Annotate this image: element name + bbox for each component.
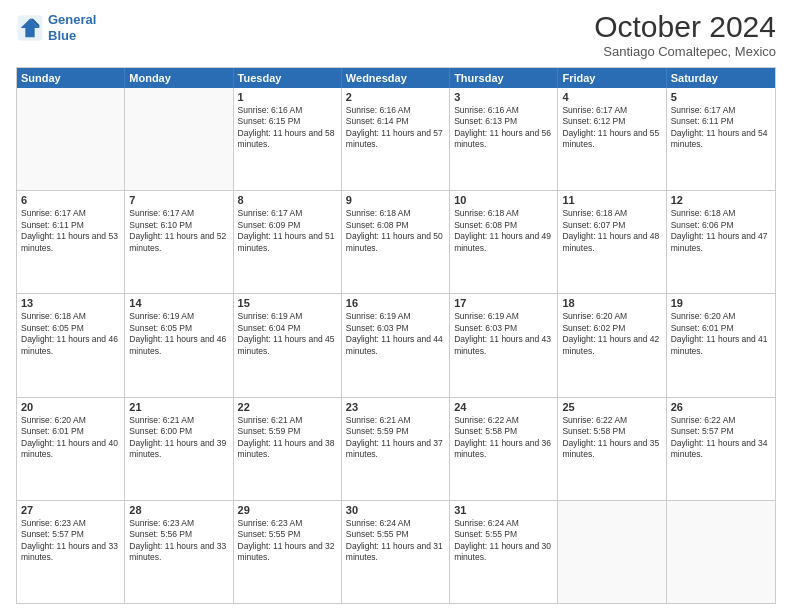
header-wednesday: Wednesday [342, 68, 450, 88]
day-number: 29 [238, 504, 337, 516]
daylight-text: Daylight: 11 hours and 57 minutes. [346, 128, 445, 151]
day-number: 31 [454, 504, 553, 516]
daylight-text: Daylight: 11 hours and 40 minutes. [21, 438, 120, 461]
day-number: 23 [346, 401, 445, 413]
calendar-body: 1Sunrise: 6:16 AMSunset: 6:15 PMDaylight… [17, 88, 775, 603]
calendar-header: Sunday Monday Tuesday Wednesday Thursday… [17, 68, 775, 88]
cal-cell-r4-c4: 31Sunrise: 6:24 AMSunset: 5:55 PMDayligh… [450, 501, 558, 603]
cal-cell-r2-c3: 16Sunrise: 6:19 AMSunset: 6:03 PMDayligh… [342, 294, 450, 396]
sunset-text: Sunset: 5:57 PM [21, 529, 120, 540]
cal-cell-r4-c5 [558, 501, 666, 603]
sunrise-text: Sunrise: 6:19 AM [238, 311, 337, 322]
sunset-text: Sunset: 6:12 PM [562, 116, 661, 127]
sunrise-text: Sunrise: 6:22 AM [454, 415, 553, 426]
header-friday: Friday [558, 68, 666, 88]
sunrise-text: Sunrise: 6:24 AM [346, 518, 445, 529]
cal-cell-r3-c3: 23Sunrise: 6:21 AMSunset: 5:59 PMDayligh… [342, 398, 450, 500]
sunrise-text: Sunrise: 6:22 AM [671, 415, 771, 426]
sunset-text: Sunset: 6:15 PM [238, 116, 337, 127]
sunrise-text: Sunrise: 6:18 AM [346, 208, 445, 219]
sunrise-text: Sunrise: 6:18 AM [21, 311, 120, 322]
cal-cell-r2-c5: 18Sunrise: 6:20 AMSunset: 6:02 PMDayligh… [558, 294, 666, 396]
daylight-text: Daylight: 11 hours and 42 minutes. [562, 334, 661, 357]
daylight-text: Daylight: 11 hours and 39 minutes. [129, 438, 228, 461]
daylight-text: Daylight: 11 hours and 55 minutes. [562, 128, 661, 151]
sunset-text: Sunset: 6:11 PM [671, 116, 771, 127]
day-number: 12 [671, 194, 771, 206]
day-number: 13 [21, 297, 120, 309]
daylight-text: Daylight: 11 hours and 46 minutes. [129, 334, 228, 357]
cal-cell-r3-c4: 24Sunrise: 6:22 AMSunset: 5:58 PMDayligh… [450, 398, 558, 500]
day-number: 28 [129, 504, 228, 516]
day-number: 16 [346, 297, 445, 309]
day-number: 26 [671, 401, 771, 413]
header-sunday: Sunday [17, 68, 125, 88]
day-number: 17 [454, 297, 553, 309]
day-number: 25 [562, 401, 661, 413]
sunset-text: Sunset: 6:08 PM [454, 220, 553, 231]
cal-cell-r3-c2: 22Sunrise: 6:21 AMSunset: 5:59 PMDayligh… [234, 398, 342, 500]
sunset-text: Sunset: 5:55 PM [238, 529, 337, 540]
day-number: 2 [346, 91, 445, 103]
daylight-text: Daylight: 11 hours and 33 minutes. [129, 541, 228, 564]
cal-cell-r2-c4: 17Sunrise: 6:19 AMSunset: 6:03 PMDayligh… [450, 294, 558, 396]
daylight-text: Daylight: 11 hours and 45 minutes. [238, 334, 337, 357]
cal-row-2: 13Sunrise: 6:18 AMSunset: 6:05 PMDayligh… [17, 293, 775, 396]
sunset-text: Sunset: 6:11 PM [21, 220, 120, 231]
sunset-text: Sunset: 6:06 PM [671, 220, 771, 231]
daylight-text: Daylight: 11 hours and 56 minutes. [454, 128, 553, 151]
cal-row-4: 27Sunrise: 6:23 AMSunset: 5:57 PMDayligh… [17, 500, 775, 603]
day-number: 20 [21, 401, 120, 413]
sunrise-text: Sunrise: 6:19 AM [454, 311, 553, 322]
sunrise-text: Sunrise: 6:18 AM [671, 208, 771, 219]
header-tuesday: Tuesday [234, 68, 342, 88]
sunrise-text: Sunrise: 6:23 AM [129, 518, 228, 529]
logo-line1: General [48, 12, 96, 27]
month-title: October 2024 [594, 12, 776, 42]
day-number: 1 [238, 91, 337, 103]
cal-cell-r1-c5: 11Sunrise: 6:18 AMSunset: 6:07 PMDayligh… [558, 191, 666, 293]
sunset-text: Sunset: 6:10 PM [129, 220, 228, 231]
cal-cell-r3-c6: 26Sunrise: 6:22 AMSunset: 5:57 PMDayligh… [667, 398, 775, 500]
sunrise-text: Sunrise: 6:20 AM [562, 311, 661, 322]
cal-cell-r1-c6: 12Sunrise: 6:18 AMSunset: 6:06 PMDayligh… [667, 191, 775, 293]
sunset-text: Sunset: 6:08 PM [346, 220, 445, 231]
sunset-text: Sunset: 5:55 PM [346, 529, 445, 540]
day-number: 8 [238, 194, 337, 206]
day-number: 21 [129, 401, 228, 413]
sunrise-text: Sunrise: 6:19 AM [346, 311, 445, 322]
sunset-text: Sunset: 6:07 PM [562, 220, 661, 231]
day-number: 19 [671, 297, 771, 309]
sunrise-text: Sunrise: 6:17 AM [562, 105, 661, 116]
sunrise-text: Sunrise: 6:23 AM [21, 518, 120, 529]
sunset-text: Sunset: 6:04 PM [238, 323, 337, 334]
cal-cell-r0-c5: 4Sunrise: 6:17 AMSunset: 6:12 PMDaylight… [558, 88, 666, 190]
sunrise-text: Sunrise: 6:24 AM [454, 518, 553, 529]
header-thursday: Thursday [450, 68, 558, 88]
daylight-text: Daylight: 11 hours and 58 minutes. [238, 128, 337, 151]
day-number: 15 [238, 297, 337, 309]
sunrise-text: Sunrise: 6:20 AM [21, 415, 120, 426]
daylight-text: Daylight: 11 hours and 43 minutes. [454, 334, 553, 357]
daylight-text: Daylight: 11 hours and 35 minutes. [562, 438, 661, 461]
sunrise-text: Sunrise: 6:17 AM [238, 208, 337, 219]
logo-line2: Blue [48, 28, 76, 43]
sunset-text: Sunset: 5:57 PM [671, 426, 771, 437]
cal-cell-r2-c2: 15Sunrise: 6:19 AMSunset: 6:04 PMDayligh… [234, 294, 342, 396]
logo-icon [16, 14, 44, 42]
logo-text: General Blue [48, 12, 96, 43]
logo: General Blue [16, 12, 96, 43]
sunset-text: Sunset: 5:59 PM [238, 426, 337, 437]
daylight-text: Daylight: 11 hours and 50 minutes. [346, 231, 445, 254]
sunset-text: Sunset: 5:55 PM [454, 529, 553, 540]
sunset-text: Sunset: 6:13 PM [454, 116, 553, 127]
daylight-text: Daylight: 11 hours and 47 minutes. [671, 231, 771, 254]
sunrise-text: Sunrise: 6:16 AM [346, 105, 445, 116]
cal-cell-r3-c0: 20Sunrise: 6:20 AMSunset: 6:01 PMDayligh… [17, 398, 125, 500]
daylight-text: Daylight: 11 hours and 30 minutes. [454, 541, 553, 564]
cal-cell-r1-c4: 10Sunrise: 6:18 AMSunset: 6:08 PMDayligh… [450, 191, 558, 293]
title-block: October 2024 Santiago Comaltepec, Mexico [594, 12, 776, 59]
daylight-text: Daylight: 11 hours and 41 minutes. [671, 334, 771, 357]
day-number: 24 [454, 401, 553, 413]
daylight-text: Daylight: 11 hours and 48 minutes. [562, 231, 661, 254]
